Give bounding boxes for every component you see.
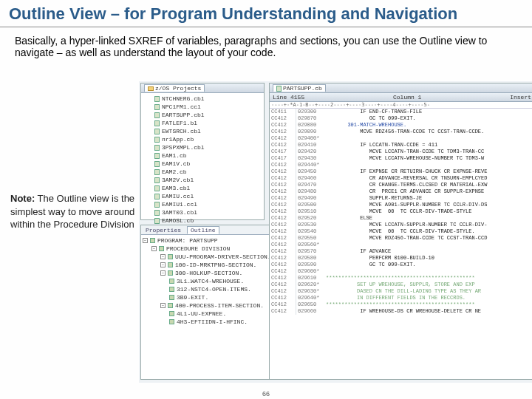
code-line[interactable]: CC412029580 PERFCRM 0100-BUILD-10 bbox=[270, 255, 532, 262]
expander-icon[interactable]: − bbox=[160, 254, 166, 259]
code-line[interactable]: CC412029650*****************************… bbox=[270, 301, 532, 308]
line-prefix: CC412 bbox=[270, 162, 296, 168]
code-text: IF ADVANCE bbox=[326, 248, 532, 255]
tab-zos-projects[interactable]: z/OS Projects bbox=[144, 84, 205, 92]
line-prefix: CC412 bbox=[270, 175, 296, 182]
code-line[interactable]: CC412029090 MCVE RDZ456-TRAN-CCDE TC CCS… bbox=[270, 129, 532, 135]
project-file-item[interactable]: nr1App.cb bbox=[143, 135, 262, 143]
project-file-item[interactable]: EWTSRCH.cbl bbox=[143, 127, 262, 135]
expander-icon[interactable]: − bbox=[160, 262, 166, 267]
project-file-item[interactable]: NTCHNERG.cbl bbox=[143, 95, 262, 103]
sequence-num: 029610 bbox=[296, 275, 326, 282]
project-file-item[interactable]: EAMIU1.ccl bbox=[143, 200, 262, 208]
code-text: DASED CN THE DILL-LADING TYPE AS THEY AR bbox=[326, 288, 481, 295]
project-file-item[interactable]: EAM2.cb bbox=[143, 168, 262, 176]
code-line[interactable]: CC411029300 IF END-CF-TRANS-FILE bbox=[270, 109, 532, 115]
code-line[interactable]: CC412029480 CR PRCE1 CR ADVANCE CR SUPPL… bbox=[270, 188, 532, 195]
status-column: Column 1 bbox=[393, 94, 421, 100]
code-line[interactable]: CC412029570 IF ADVANCE bbox=[270, 248, 532, 255]
code-line[interactable]: CC412029540 MCVE 00 TC CCLR-DIV-TRADE-ST… bbox=[270, 228, 532, 235]
code-line[interactable]: CC412029600* bbox=[270, 268, 532, 275]
code-line[interactable]: CC412029520 ELSE bbox=[270, 215, 532, 222]
projects-tree[interactable]: NTCHNERG.cblNPC1FM1.cclEARTSUPP.cblFATLE… bbox=[141, 93, 264, 226]
expander-icon[interactable]: − bbox=[160, 303, 166, 308]
code-line[interactable]: CC412029440* bbox=[270, 162, 532, 168]
tab-properties[interactable]: Properties bbox=[143, 226, 184, 233]
project-file-item[interactable]: FATLEF1.bl bbox=[143, 119, 262, 127]
file-icon bbox=[154, 153, 160, 159]
code-line[interactable]: CC412029070 GC TC 099-EXIT. bbox=[270, 115, 532, 122]
line-prefix: CC412 bbox=[270, 115, 296, 122]
code-text: MCVE 00 TC CCLR-DIV-TRADE-STYLE bbox=[326, 208, 532, 215]
file-label: 3AMT03.cbl bbox=[162, 208, 197, 216]
tab-label: z/OS Projects bbox=[155, 85, 201, 92]
file-icon bbox=[276, 86, 282, 92]
code-line[interactable]: CC412029450 IF EXPNSE CR RETUIRN-CHUCK C… bbox=[270, 168, 532, 175]
sequence-num: 029550 bbox=[296, 235, 326, 242]
code-line[interactable]: CC412029510 MCVE 00 TC CCLR-DIV-TRADE-ST… bbox=[270, 208, 532, 215]
code-text: SUPPLR-RETURNS-JE bbox=[326, 195, 532, 202]
code-line[interactable]: CC412029470 CR CHANGE-TERMS-CLCSED CR MA… bbox=[270, 182, 532, 188]
code-line[interactable]: CC412029620* SET UP WREHOUSE, SUPPLR, ST… bbox=[270, 282, 532, 288]
slide-body-text: Basically, a hyper-linked SXREF of varia… bbox=[0, 27, 532, 61]
sequence-num: 029440* bbox=[296, 162, 326, 168]
project-file-item[interactable]: 3AM2V.cbl bbox=[143, 176, 262, 184]
line-prefix: CC412 bbox=[270, 242, 296, 248]
status-line: Line 4155 bbox=[273, 94, 304, 100]
code-line[interactable]: CC412029550 MCVE RDZ456-TRAN-CCDE TC CCS… bbox=[270, 235, 532, 242]
file-label: EAMOSL.cb bbox=[162, 216, 194, 225]
sequence-num: 029090 bbox=[296, 129, 326, 135]
code-text: IF END-CF-TRANS-FILE bbox=[326, 109, 532, 115]
code-line[interactable]: CC412029460 CR ADVANCE-REVERSAL CR TNSUR… bbox=[270, 175, 532, 182]
sequence-num: 029490 bbox=[296, 195, 326, 202]
sequence-num: 029480 bbox=[296, 188, 326, 195]
sequence-num: 029530 bbox=[296, 222, 326, 228]
sequence-num: 029410 bbox=[296, 142, 326, 149]
project-file-item[interactable]: NPC1FM1.ccl bbox=[143, 103, 262, 111]
project-file-item[interactable]: EAM1.cb bbox=[143, 151, 262, 160]
tab-outline[interactable]: Outline bbox=[187, 226, 219, 234]
line-prefix: CC412 bbox=[270, 248, 296, 255]
tab-label: PARTSUPP.cb bbox=[283, 85, 322, 92]
code-line[interactable]: CC412029660 IF WREHOUSE-DS CR WREHOUSE-D… bbox=[270, 308, 532, 315]
outline-label: UUU-PROGRAM-DRIVER-SECTION. bbox=[175, 253, 271, 261]
file-icon bbox=[154, 112, 160, 118]
code-line[interactable]: CC412029400* bbox=[270, 135, 532, 142]
expander-icon[interactable]: − bbox=[160, 270, 166, 276]
code-text: IF WREHOUSE-DS CR WREHOUSE-DELETE CR NE bbox=[326, 308, 532, 315]
code-text: 301-MATCH-WREHOUSE. bbox=[326, 122, 406, 129]
status-mode: Insert bbox=[510, 94, 531, 100]
code-line[interactable]: CC417029430 MCVE LCCATN-WREHOUSE-NUMBER … bbox=[270, 155, 532, 162]
code-line[interactable]: CC412029590 GC TC 099-EXIT. bbox=[270, 262, 532, 268]
code-line[interactable]: CC412029640* IN DIFFERENT FIELDS IN THE … bbox=[270, 295, 532, 301]
code-line[interactable]: CC412029530 MCVE LCCATN-SUPPLR-NUMBER TC… bbox=[270, 222, 532, 228]
expander-icon[interactable]: − bbox=[143, 238, 148, 243]
editor-tab-partsupp[interactable]: PARTSUPP.cb bbox=[273, 84, 326, 92]
code-text: PERFCRM 0100-BUILD-10 bbox=[326, 255, 532, 262]
sequence-num: 029420 bbox=[296, 149, 326, 155]
code-line[interactable]: CC412029500 MCVE A901-SUPPLR-NUMBER TC C… bbox=[270, 202, 532, 208]
expander-icon[interactable]: − bbox=[151, 246, 157, 251]
code-line[interactable]: CC412029560* bbox=[270, 242, 532, 248]
project-file-item[interactable]: EAMIU.ccl bbox=[143, 192, 262, 200]
code-line[interactable]: CC412029080 301-MATCH-WREHOUSE. bbox=[270, 122, 532, 129]
sequence-num: 029630* bbox=[296, 288, 326, 295]
code-line[interactable]: CC412029610*****************************… bbox=[270, 275, 532, 282]
file-label: EAM1V.cb bbox=[162, 160, 190, 168]
project-file-item[interactable]: EAM1V.cb bbox=[143, 160, 262, 168]
project-file-item[interactable]: EAMOSL.cb bbox=[143, 216, 262, 225]
file-label: EARTSUPP.cbl bbox=[162, 111, 205, 119]
outline-node-icon bbox=[169, 311, 174, 316]
code-line[interactable]: CC417029420 MCVE LCCATN-TRAN-CCDE TC TDM… bbox=[270, 149, 532, 155]
project-file-item[interactable]: EARTSUPP.cbl bbox=[143, 111, 262, 119]
project-file-item[interactable]: EAM3.cbl bbox=[143, 184, 262, 192]
project-file-item[interactable]: 3AMT03.cbl bbox=[143, 208, 262, 216]
code-line[interactable]: CC412029490 SUPPLR-RETURNS-JE bbox=[270, 195, 532, 202]
sequence-num: 029520 bbox=[296, 215, 326, 222]
project-file-item[interactable]: 3PSPXMPL.cbl bbox=[143, 143, 262, 151]
editor-code-area[interactable]: CC411029300 IF END-CF-TRANS-FILECC412029… bbox=[270, 109, 532, 315]
file-label: EAMIU1.ccl bbox=[162, 200, 197, 208]
code-line[interactable]: CC412029410 IF LCCATN-TRAN-CCDE = 411 bbox=[270, 142, 532, 149]
code-line[interactable]: CC412029630* DASED CN THE DILL-LADING TY… bbox=[270, 288, 532, 295]
file-label: EAMIU.ccl bbox=[162, 192, 194, 200]
